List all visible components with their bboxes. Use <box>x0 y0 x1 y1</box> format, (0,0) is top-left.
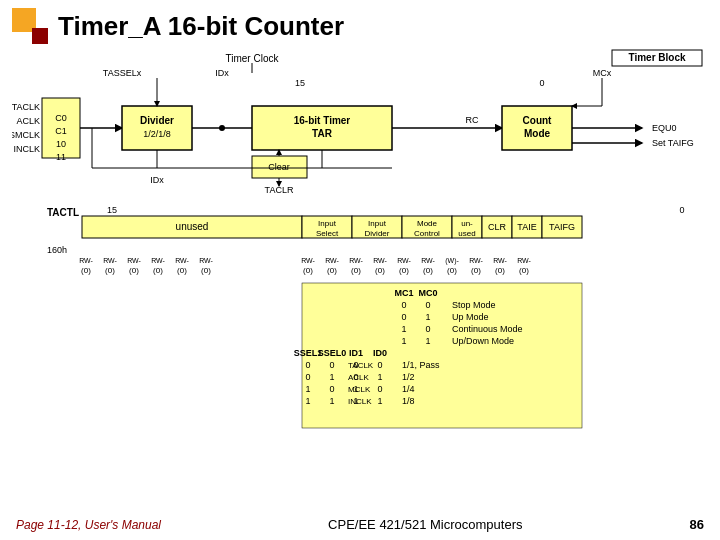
svg-text:MCx: MCx <box>593 68 612 78</box>
svg-text:1: 1 <box>401 336 406 346</box>
svg-text:Clear: Clear <box>268 162 290 172</box>
svg-text:ID1: ID1 <box>349 348 363 358</box>
svg-text:1: 1 <box>305 396 310 406</box>
svg-text:(0): (0) <box>153 266 163 275</box>
svg-text:1: 1 <box>425 336 430 346</box>
svg-text:16-bit Timer: 16-bit Timer <box>294 115 351 126</box>
svg-text:Select: Select <box>316 229 339 238</box>
svg-text:unused: unused <box>176 221 209 232</box>
svg-text:1: 1 <box>377 372 382 382</box>
svg-text:0: 0 <box>329 360 334 370</box>
diagram-container: Timer Block Timer Clock TASSELx IDx MCx … <box>12 48 708 438</box>
header: Timer_A 16-bit Counter <box>0 0 720 48</box>
svg-text:1: 1 <box>401 324 406 334</box>
page-ref: Page 11-12, User's Manual <box>16 518 161 532</box>
svg-text:INCLK: INCLK <box>13 144 40 154</box>
svg-text:RW-: RW- <box>469 257 483 264</box>
svg-text:(0): (0) <box>447 266 457 275</box>
svg-text:160h: 160h <box>47 245 67 255</box>
svg-text:RW-: RW- <box>325 257 339 264</box>
diagram-svg: Timer Block Timer Clock TASSELx IDx MCx … <box>12 48 708 438</box>
svg-text:(0): (0) <box>471 266 481 275</box>
svg-text:(0): (0) <box>399 266 409 275</box>
svg-text:RW-: RW- <box>397 257 411 264</box>
svg-text:MC0: MC0 <box>418 288 437 298</box>
svg-text:0: 0 <box>305 372 310 382</box>
svg-text:Divider: Divider <box>365 229 390 238</box>
svg-text:INCLK: INCLK <box>348 397 372 406</box>
svg-text:TAIE: TAIE <box>517 222 536 232</box>
svg-text:TACLK: TACLK <box>12 102 40 112</box>
svg-text:RW-: RW- <box>199 257 213 264</box>
svg-text:0: 0 <box>425 300 430 310</box>
svg-text:1/1, Pass: 1/1, Pass <box>402 360 440 370</box>
svg-text:(0): (0) <box>177 266 187 275</box>
svg-text:1: 1 <box>329 396 334 406</box>
svg-text:(0): (0) <box>519 266 529 275</box>
main-content: Timer Block Timer Clock TASSELx IDx MCx … <box>0 48 720 438</box>
svg-text:0: 0 <box>377 360 382 370</box>
svg-text:RC: RC <box>466 115 479 125</box>
svg-text:IDx: IDx <box>150 175 164 185</box>
svg-text:0: 0 <box>329 384 334 394</box>
svg-text:0: 0 <box>425 324 430 334</box>
svg-text:(0): (0) <box>351 266 361 275</box>
svg-text:Count: Count <box>523 115 553 126</box>
svg-text:1/8: 1/8 <box>402 396 415 406</box>
svg-text:used: used <box>458 229 475 238</box>
svg-text:10: 10 <box>56 139 66 149</box>
svg-text:Input: Input <box>318 219 337 228</box>
svg-text:RW-: RW- <box>517 257 531 264</box>
svg-text:RW-: RW- <box>127 257 141 264</box>
svg-text:(0): (0) <box>375 266 385 275</box>
svg-text:Timer Clock: Timer Clock <box>226 53 280 64</box>
svg-text:TAIFG: TAIFG <box>549 222 575 232</box>
svg-text:RW-: RW- <box>349 257 363 264</box>
svg-text:11: 11 <box>56 152 66 162</box>
svg-text:TACLK: TACLK <box>348 361 374 370</box>
svg-text:Input: Input <box>368 219 387 228</box>
svg-text:RW-: RW- <box>301 257 315 264</box>
svg-text:RW-: RW- <box>421 257 435 264</box>
svg-text:CLR: CLR <box>488 222 507 232</box>
svg-text:ACLK: ACLK <box>348 373 370 382</box>
svg-text:(0): (0) <box>129 266 139 275</box>
svg-text:RW-: RW- <box>373 257 387 264</box>
svg-text:SMCLK: SMCLK <box>12 130 40 140</box>
svg-text:TACLR: TACLR <box>265 185 294 195</box>
svg-text:SSEL0: SSEL0 <box>318 348 347 358</box>
page-title: Timer_A 16-bit Counter <box>58 11 344 42</box>
svg-text:Mode: Mode <box>524 128 551 139</box>
svg-text:1/4: 1/4 <box>402 384 415 394</box>
svg-text:0: 0 <box>377 384 382 394</box>
svg-text:RW-: RW- <box>151 257 165 264</box>
svg-text:0: 0 <box>401 312 406 322</box>
svg-text:RW-: RW- <box>175 257 189 264</box>
svg-text:Up/Down Mode: Up/Down Mode <box>452 336 514 346</box>
svg-rect-19 <box>122 106 192 150</box>
svg-text:RW-: RW- <box>103 257 117 264</box>
svg-text:15: 15 <box>107 205 117 215</box>
svg-text:RW-: RW- <box>79 257 93 264</box>
svg-text:0: 0 <box>539 78 544 88</box>
svg-text:(W)-: (W)- <box>445 257 459 265</box>
svg-text:TACTL: TACTL <box>47 207 79 218</box>
svg-text:(0): (0) <box>327 266 337 275</box>
svg-text:1: 1 <box>377 396 382 406</box>
svg-text:(0): (0) <box>81 266 91 275</box>
svg-text:MCLK: MCLK <box>348 385 371 394</box>
logo <box>12 8 48 44</box>
svg-text:MC1: MC1 <box>394 288 413 298</box>
svg-text:1: 1 <box>305 384 310 394</box>
svg-text:Divider: Divider <box>140 115 174 126</box>
svg-text:1/2: 1/2 <box>402 372 415 382</box>
svg-text:1: 1 <box>425 312 430 322</box>
svg-text:1: 1 <box>329 372 334 382</box>
svg-text:Up Mode: Up Mode <box>452 312 489 322</box>
svg-text:1/2/1/8: 1/2/1/8 <box>143 129 171 139</box>
svg-text:0: 0 <box>679 205 684 215</box>
svg-text:Timer Block: Timer Block <box>628 52 685 63</box>
svg-text:(0): (0) <box>423 266 433 275</box>
svg-text:(0): (0) <box>201 266 211 275</box>
svg-text:Continuous Mode: Continuous Mode <box>452 324 523 334</box>
